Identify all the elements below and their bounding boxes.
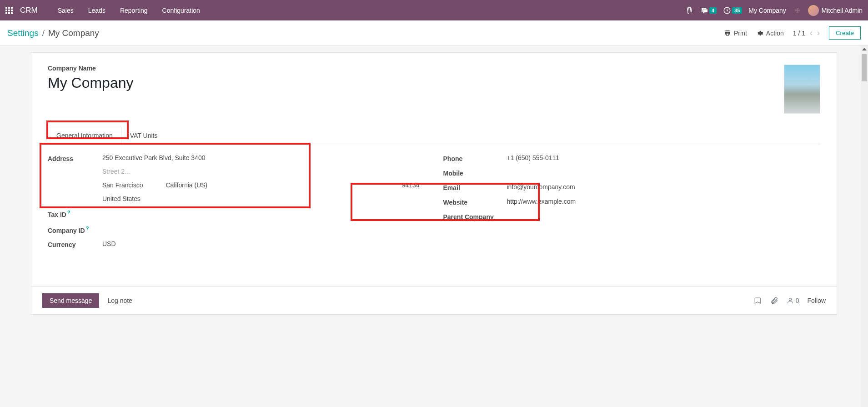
state-field[interactable]: California (US) (166, 181, 207, 189)
taxid-help-icon[interactable]: ? (67, 210, 70, 215)
page-header: Settings / My Company Print Action 1 / 1… (0, 20, 868, 46)
street2-field[interactable]: Street 2... (102, 168, 425, 175)
tab-general-information[interactable]: General Information (48, 127, 121, 144)
breadcrumb-current: My Company (48, 28, 99, 38)
log-note-button[interactable]: Log note (107, 297, 132, 304)
send-message-button[interactable]: Send message (42, 293, 99, 308)
messaging-icon[interactable]: 4 (700, 6, 717, 15)
breadcrumb-settings[interactable]: Settings (7, 28, 39, 38)
attachments-icon[interactable] (770, 296, 778, 305)
print-button[interactable]: Print (724, 30, 747, 37)
svg-point-2 (789, 298, 791, 301)
country-field[interactable]: United States (102, 195, 425, 202)
company-image[interactable] (784, 65, 820, 114)
main-content: Company Name My Company General Informat… (0, 46, 868, 407)
form-right-column: Phone +1 (650) 555-0111 Mobile Email inf… (443, 154, 821, 255)
print-label: Print (734, 30, 747, 37)
currency-field[interactable]: USD (102, 240, 425, 247)
user-menu[interactable]: Mitchell Admin (808, 5, 863, 16)
pager-prev[interactable]: ‹ (810, 28, 813, 38)
website-label: Website (443, 198, 507, 206)
followers-count: 0 (796, 297, 799, 304)
activities-icon[interactable] (754, 296, 762, 305)
pager-count: 1 / 1 (793, 30, 805, 37)
action-label: Action (766, 30, 784, 37)
gear-icon (756, 30, 763, 37)
company-name-label: Company Name (48, 65, 784, 72)
company-selector[interactable]: My Company (748, 7, 786, 14)
support-icon[interactable] (685, 6, 694, 15)
nav-reporting[interactable]: Reporting (113, 7, 155, 14)
email-label: Email (443, 183, 507, 191)
companyid-help-icon[interactable]: ? (86, 226, 89, 231)
create-button[interactable]: Create (829, 26, 861, 40)
companyid-label: Company ID? (48, 225, 102, 234)
follow-button[interactable]: Follow (808, 297, 826, 304)
pager-next[interactable]: › (817, 28, 820, 38)
parent-company-label: Parent Company (443, 212, 507, 221)
zip-field[interactable]: 94134 (402, 181, 425, 189)
form-tabs: General Information VAT Units (48, 126, 820, 144)
tab-vat-units[interactable]: VAT Units (121, 127, 166, 144)
phone-field[interactable]: +1 (650) 555-0111 (507, 154, 821, 161)
city-field[interactable]: San Francisco (102, 181, 143, 189)
breadcrumb-separator: / (42, 28, 45, 38)
followers-button[interactable]: 0 (787, 297, 799, 304)
currency-label: Currency (48, 240, 102, 248)
form-card: Company Name My Company General Informat… (31, 52, 837, 287)
avatar (808, 5, 819, 16)
user-icon (787, 297, 794, 304)
pager: 1 / 1 ‹ › (793, 28, 820, 38)
messaging-badge: 4 (709, 7, 717, 14)
nav-configuration[interactable]: Configuration (155, 7, 207, 14)
print-icon (724, 30, 731, 37)
phone-label: Phone (443, 154, 507, 162)
chatter-bar: Send message Log note 0 Follow (31, 287, 837, 315)
mobile-label: Mobile (443, 169, 507, 177)
street-field[interactable]: 250 Executive Park Blvd, Suite 3400 (102, 154, 425, 161)
debug-icon[interactable] (793, 6, 802, 15)
nav-leads[interactable]: Leads (81, 7, 113, 14)
taxid-label: Tax ID? (48, 209, 102, 218)
apps-menu-icon[interactable] (5, 7, 13, 14)
breadcrumb: Settings / My Company (7, 28, 99, 38)
user-name: Mitchell Admin (822, 7, 863, 14)
company-name-field[interactable]: My Company (48, 75, 784, 91)
email-field[interactable]: info@yourcompany.com (507, 183, 821, 191)
activities-badge: 35 (732, 7, 742, 14)
nav-sales[interactable]: Sales (50, 7, 81, 14)
nav-brand[interactable]: CRM (20, 6, 38, 15)
top-nav: CRM Sales Leads Reporting Configuration … (0, 0, 868, 20)
activities-icon[interactable]: 35 (723, 6, 742, 15)
svg-rect-0 (691, 10, 692, 12)
scrollbar[interactable] (861, 46, 868, 407)
action-button[interactable]: Action (756, 30, 784, 37)
form-left-column: Address 250 Executive Park Blvd, Suite 3… (48, 154, 425, 255)
website-field[interactable]: http://www.example.com (507, 198, 821, 205)
address-label: Address (48, 154, 102, 162)
